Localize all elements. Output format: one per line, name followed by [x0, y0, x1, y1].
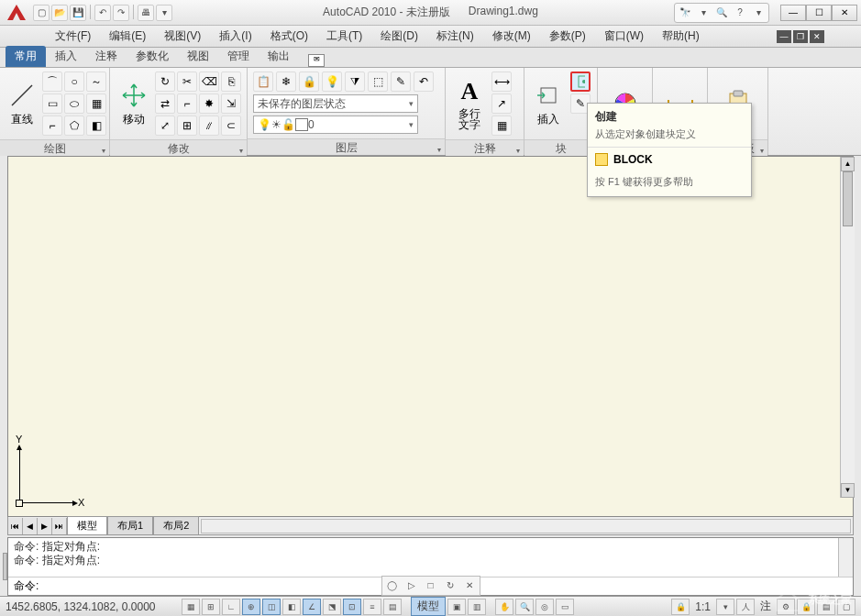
region-icon[interactable]: ◧: [86, 116, 106, 136]
tab-last-icon[interactable]: ⏭: [52, 518, 67, 534]
join-icon[interactable]: ⊂: [221, 116, 241, 136]
ortho-icon[interactable]: ∟: [222, 599, 240, 615]
ribbon-tab-annotate[interactable]: 注释: [86, 46, 127, 67]
hatch-icon[interactable]: ▦: [86, 94, 106, 114]
mtext-button[interactable]: A 多行 文字: [451, 72, 488, 136]
qat-dropdown-icon[interactable]: ▾: [156, 5, 172, 21]
qat-undo-icon[interactable]: ↶: [94, 5, 111, 21]
annoscale-toggle-icon[interactable]: ▾: [716, 599, 734, 615]
layer-state-combo[interactable]: 未保存的图层状态 ▾: [253, 94, 418, 113]
lwt-icon[interactable]: ≡: [363, 599, 381, 615]
nav-play-icon[interactable]: ▷: [403, 578, 420, 593]
layer-freeze-icon[interactable]: ❄: [276, 72, 296, 92]
ellipse-icon[interactable]: ⬭: [64, 94, 84, 114]
showmotion-icon[interactable]: ▭: [556, 599, 574, 615]
layer-off-icon[interactable]: 💡: [322, 72, 342, 92]
qview-drawings-icon[interactable]: ▥: [468, 599, 486, 615]
help-dropdown-icon[interactable]: ▾: [749, 5, 767, 21]
layer-lock-icon[interactable]: 🔒: [299, 72, 319, 92]
doc-minimize-button[interactable]: —: [777, 30, 791, 43]
ribbon-tab-home[interactable]: 常用: [6, 46, 46, 67]
nav-close-icon[interactable]: ✕: [461, 578, 478, 593]
steering-icon[interactable]: ◎: [535, 599, 554, 615]
menu-dim[interactable]: 标注(N): [427, 26, 483, 47]
menu-file[interactable]: 文件(F): [46, 26, 100, 47]
polar-icon[interactable]: ⊕: [242, 599, 260, 615]
dim-linear-icon[interactable]: ⟷: [491, 72, 512, 92]
close-button[interactable]: ✕: [832, 5, 857, 21]
menu-param[interactable]: 参数(P): [540, 26, 595, 47]
search-dropdown-icon[interactable]: ▾: [694, 5, 712, 21]
layer-filter-icon[interactable]: ⧩: [345, 72, 365, 92]
spline-icon[interactable]: ～: [86, 72, 106, 92]
polygon-icon[interactable]: ⬠: [64, 116, 84, 136]
tab-first-icon[interactable]: ⏮: [8, 518, 23, 534]
qat-open-icon[interactable]: 📂: [51, 5, 68, 21]
app-logo[interactable]: [4, 2, 29, 24]
layer-prev-icon[interactable]: ↶: [414, 72, 434, 92]
layer-current-combo[interactable]: 💡 ☀ 🔓 0 ▾: [253, 116, 418, 134]
drawing-area[interactable]: Y X ▲ ▼: [7, 156, 854, 517]
status-model[interactable]: 模型: [411, 597, 446, 616]
menu-edit[interactable]: 编辑(E): [100, 26, 155, 47]
insert-block-button[interactable]: 插入: [530, 72, 567, 136]
menu-help[interactable]: 帮助(H): [653, 26, 709, 47]
layout-tab-2[interactable]: 布局2: [153, 516, 199, 534]
menu-view[interactable]: 视图(V): [155, 26, 210, 47]
binoculars-icon[interactable]: 🔭: [676, 5, 694, 21]
menu-modify[interactable]: 修改(M): [483, 26, 540, 47]
menu-draw[interactable]: 绘图(D): [371, 26, 427, 47]
nav-refresh-icon[interactable]: ↻: [442, 578, 458, 593]
qat-redo-icon[interactable]: ↷: [113, 5, 129, 21]
move-button[interactable]: 移动: [116, 72, 151, 136]
pan-icon[interactable]: ✋: [495, 599, 513, 615]
vertical-scrollbar[interactable]: ▲ ▼: [840, 157, 855, 498]
layout-tab-1[interactable]: 布局1: [107, 516, 153, 534]
menu-insert[interactable]: 插入(I): [210, 26, 260, 47]
otrack-icon[interactable]: ∠: [303, 599, 321, 615]
ribbon-tab-output[interactable]: 输出: [259, 46, 299, 67]
resize-handle[interactable]: [3, 553, 7, 580]
status-scale[interactable]: 1:1: [691, 600, 714, 613]
doc-close-button[interactable]: ✕: [810, 30, 824, 43]
qat-new-icon[interactable]: ▢: [33, 5, 50, 21]
annoscale-icon[interactable]: 🔒: [671, 599, 690, 615]
leader-icon[interactable]: ↗: [491, 94, 512, 114]
ribbon-tab-view[interactable]: 视图: [178, 46, 218, 67]
array-icon[interactable]: ⊞: [177, 116, 197, 136]
qat-save-icon[interactable]: 💾: [70, 5, 86, 21]
scroll-down-icon[interactable]: ▼: [841, 483, 855, 498]
nav-stop-icon[interactable]: □: [423, 578, 439, 593]
create-block-button[interactable]: [570, 72, 591, 92]
ducs-icon[interactable]: ⬔: [323, 599, 341, 615]
doc-restore-button[interactable]: ❐: [793, 30, 808, 43]
layer-match-icon[interactable]: ✎: [391, 72, 411, 92]
scroll-thumb[interactable]: [843, 171, 853, 226]
layout-tab-model[interactable]: 模型: [67, 516, 107, 534]
circle-icon[interactable]: ○: [64, 72, 84, 92]
status-anno[interactable]: 注: [756, 599, 775, 614]
help-icon[interactable]: ?: [731, 5, 749, 21]
cmd-scrollbar[interactable]: [838, 538, 853, 577]
osnap-icon[interactable]: ◫: [262, 599, 281, 615]
3dosnap-icon[interactable]: ◧: [282, 599, 301, 615]
horizontal-scrollbar[interactable]: [201, 519, 851, 534]
ribbon-tab-parametric[interactable]: 参数化: [127, 46, 178, 67]
tab-next-icon[interactable]: ▶: [38, 518, 52, 534]
copy-icon[interactable]: ⎘: [221, 72, 241, 92]
explode-icon[interactable]: ✸: [199, 94, 219, 114]
maximize-button[interactable]: ☐: [806, 5, 832, 21]
qview-layouts-icon[interactable]: ▣: [447, 599, 466, 615]
offset-icon[interactable]: ⫽: [199, 116, 219, 136]
annovis-icon[interactable]: 人: [736, 599, 755, 615]
table-icon[interactable]: ▦: [491, 116, 512, 136]
fillet-icon[interactable]: ⌐: [177, 94, 197, 114]
zoom-icon[interactable]: 🔍: [515, 599, 534, 615]
snap-icon[interactable]: ▦: [182, 599, 200, 615]
rect-icon[interactable]: ▭: [42, 94, 62, 114]
ribbon-tab-manage[interactable]: 管理: [218, 46, 259, 67]
menu-tools[interactable]: 工具(T): [317, 26, 371, 47]
line-button[interactable]: 直线: [6, 72, 39, 136]
stretch-icon[interactable]: ⇲: [221, 94, 241, 114]
menu-format[interactable]: 格式(O): [261, 26, 317, 47]
